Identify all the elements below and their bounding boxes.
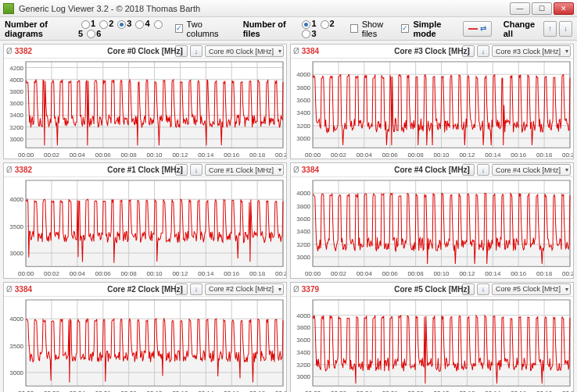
- pane-info-button[interactable]: i: [175, 45, 188, 57]
- pane-down-button[interactable]: ↓: [477, 283, 489, 295]
- series-select[interactable]: Core #3 Clock [MHz]: [492, 45, 571, 57]
- svg-text:3600: 3600: [296, 216, 310, 223]
- arrow-down-icon: ↓: [195, 166, 199, 174]
- svg-text:3000: 3000: [9, 369, 23, 376]
- svg-text:00:02: 00:02: [331, 151, 347, 159]
- diagrams-radio-3[interactable]: [117, 20, 126, 29]
- svg-text:3600: 3600: [296, 97, 310, 104]
- simple-mode-checkbox[interactable]: ✓: [401, 24, 409, 33]
- pane-header: Ø 3382 Core #1 Clock [MHz] i ↓ Core #1 C…: [4, 163, 286, 177]
- files-radio-label-2: 2: [330, 19, 335, 28]
- pane-info-button[interactable]: i: [175, 164, 188, 176]
- svg-text:4000: 4000: [9, 315, 23, 323]
- plot-area[interactable]: 30003500400000:0000:0200:0400:0600:0800:…: [4, 177, 286, 277]
- info-icon: i: [181, 166, 182, 174]
- arrow-down-icon: ↓: [564, 24, 568, 33]
- diagrams-radio-5[interactable]: [154, 20, 163, 29]
- red-line-icon: [468, 28, 478, 30]
- svg-text:3800: 3800: [296, 84, 310, 91]
- chart-pane-c0: Ø 3382 Core #0 Clock [MHz] i ↓ Core #0 C…: [3, 44, 287, 159]
- pane-down-button[interactable]: ↓: [477, 164, 489, 176]
- series-select[interactable]: Core #5 Clock [MHz]: [492, 283, 571, 295]
- svg-text:00:02: 00:02: [44, 271, 60, 278]
- diagrams-radio-2[interactable]: [99, 20, 108, 29]
- plot-area[interactable]: 30003200340036003800400000:0000:0200:040…: [291, 297, 573, 392]
- two-columns-checkbox[interactable]: ✓: [175, 24, 183, 33]
- svg-text:3000: 3000: [296, 254, 310, 261]
- pane-down-button[interactable]: ↓: [190, 164, 202, 176]
- close-button[interactable]: ✕: [554, 2, 574, 15]
- pane-header: Ø 3384 Core #4 Clock [MHz] i ↓ Core #4 C…: [291, 163, 573, 177]
- swap-colors-button[interactable]: ⇄: [463, 21, 492, 37]
- svg-text:3200: 3200: [296, 123, 310, 130]
- pane-down-button[interactable]: ↓: [477, 45, 489, 57]
- show-files-checkbox[interactable]: [350, 24, 358, 33]
- pane-header: Ø 3382 Core #0 Clock [MHz] i ↓ Core #0 C…: [4, 45, 286, 59]
- svg-text:00:20: 00:20: [275, 151, 286, 159]
- files-radio-1[interactable]: [302, 20, 310, 29]
- pane-info-button[interactable]: i: [462, 283, 475, 295]
- maximize-button[interactable]: ☐: [532, 2, 552, 15]
- diagrams-radio-4[interactable]: [135, 20, 144, 29]
- files-radio-label-1: 1: [311, 19, 316, 28]
- files-radio-2[interactable]: [321, 20, 329, 29]
- svg-text:00:10: 00:10: [147, 271, 163, 278]
- plot-area[interactable]: 30003200340036003800400000:0000:0200:040…: [291, 177, 573, 277]
- minimize-button[interactable]: —: [510, 2, 530, 15]
- pane-down-button[interactable]: ↓: [190, 283, 202, 295]
- series-select-label: Core #1 Clock [MHz]: [209, 166, 274, 174]
- series-select-label: Core #2 Clock [MHz]: [209, 285, 274, 293]
- pane-info-button[interactable]: i: [462, 164, 475, 176]
- svg-text:3000: 3000: [9, 250, 23, 257]
- svg-text:00:04: 00:04: [70, 151, 86, 159]
- arrow-down-icon: ↓: [195, 48, 199, 55]
- change-all-label: Change all: [504, 20, 539, 38]
- info-icon: i: [181, 285, 182, 293]
- arrow-down-icon: ↓: [195, 285, 199, 293]
- series-select[interactable]: Core #1 Clock [MHz]: [205, 164, 284, 176]
- arrow-up-icon: ↑: [548, 24, 552, 33]
- average-value: 3384: [302, 47, 319, 55]
- chart-pane-c5: Ø 3379 Core #5 Clock [MHz] i ↓ Core #5 C…: [290, 282, 574, 392]
- change-all-up-button[interactable]: ↑: [543, 21, 557, 37]
- average-symbol: Ø: [6, 285, 13, 294]
- series-select[interactable]: Core #2 Clock [MHz]: [205, 283, 284, 295]
- svg-text:00:10: 00:10: [434, 271, 450, 278]
- svg-text:00:16: 00:16: [511, 151, 527, 159]
- diagrams-radio-6[interactable]: [87, 30, 95, 38]
- svg-text:00:06: 00:06: [95, 271, 112, 278]
- svg-text:3000: 3000: [9, 136, 23, 143]
- svg-text:00:20: 00:20: [275, 271, 286, 278]
- diagrams-radio-1[interactable]: [81, 20, 90, 29]
- chart-pane-c4: Ø 3384 Core #4 Clock [MHz] i ↓ Core #4 C…: [290, 162, 574, 278]
- average-value: 3384: [15, 285, 32, 294]
- simple-mode-label: Simple mode: [413, 20, 457, 38]
- change-all-down-button[interactable]: ↓: [559, 21, 572, 37]
- svg-text:00:14: 00:14: [198, 151, 214, 159]
- average-value: 3382: [15, 166, 32, 174]
- plot-area[interactable]: 30003500400000:0000:0200:0400:0600:0800:…: [4, 297, 286, 392]
- svg-text:00:04: 00:04: [357, 151, 373, 159]
- pane-down-button[interactable]: ↓: [190, 45, 202, 57]
- svg-text:00:16: 00:16: [511, 271, 527, 278]
- svg-text:00:14: 00:14: [485, 271, 501, 278]
- average-value: 3384: [302, 166, 319, 174]
- info-icon: i: [181, 48, 182, 55]
- series-select[interactable]: Core #0 Clock [MHz]: [205, 45, 284, 57]
- plot-area[interactable]: 300032003400360038004000420000:0000:0200…: [4, 59, 286, 159]
- svg-text:00:14: 00:14: [485, 151, 501, 159]
- svg-text:00:18: 00:18: [536, 271, 553, 278]
- svg-text:00:12: 00:12: [172, 271, 188, 278]
- svg-text:3800: 3800: [9, 88, 23, 95]
- svg-text:00:02: 00:02: [331, 271, 347, 278]
- pane-info-button[interactable]: i: [175, 283, 188, 295]
- svg-text:00:00: 00:00: [305, 151, 321, 159]
- svg-text:00:18: 00:18: [536, 151, 553, 159]
- files-radio-3[interactable]: [302, 30, 310, 38]
- svg-text:4000: 4000: [296, 71, 310, 78]
- svg-text:00:16: 00:16: [224, 151, 240, 159]
- svg-text:4000: 4000: [9, 77, 23, 84]
- pane-info-button[interactable]: i: [462, 45, 475, 57]
- series-select[interactable]: Core #4 Clock [MHz]: [492, 164, 571, 176]
- plot-area[interactable]: 30003200340036003800400000:0000:0200:040…: [291, 59, 573, 159]
